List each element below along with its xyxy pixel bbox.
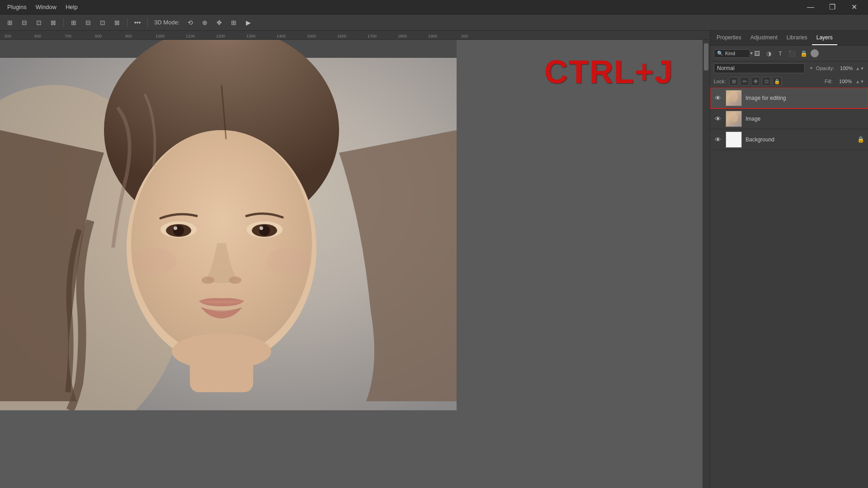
canvas-image <box>0 40 457 410</box>
menu-window[interactable]: Window <box>32 3 60 11</box>
opacity-label: Opacity: <box>816 66 834 71</box>
kind-input[interactable] <box>725 51 748 56</box>
align-btn-4[interactable]: ⊠ <box>47 16 60 29</box>
ruler-mark-1500: 1500 <box>307 34 316 38</box>
fill-value: 100% <box>836 79 852 84</box>
mode-label: 3D Mode: <box>154 19 179 26</box>
filter-smartobj-icon[interactable]: 🔒 <box>799 48 809 58</box>
shortcut-overlay-text: CTRL+J <box>544 53 674 90</box>
layer-name-0: Image for editing <box>745 95 864 101</box>
layer-item-image-for-editing[interactable]: 👁 Image for editing <box>710 88 868 108</box>
more-options-button[interactable]: ••• <box>131 16 144 29</box>
align-btn-6[interactable]: ⊟ <box>82 16 94 29</box>
layer-item-background[interactable]: 👁 Background 🔒 <box>710 129 868 150</box>
lock-position-btn[interactable]: ⊡ <box>762 77 771 86</box>
window-controls: — ❐ ✕ <box>800 0 864 14</box>
layer-item-image[interactable]: 👁 Image <box>710 108 868 129</box>
ruler-mark-1700: 1700 <box>368 34 377 38</box>
mode-btn-2[interactable]: ⊕ <box>198 16 211 29</box>
layer-visibility-btn-2[interactable]: 👁 <box>714 136 722 144</box>
panel-tabs: Properties Adjustment Libraries Layers <box>710 31 868 46</box>
search-icon: 🔍 <box>717 51 723 56</box>
lock-transparent-btn[interactable]: ⊞ <box>729 77 738 86</box>
lock-fill-row: Lock: ⊞ ✏ ✥ ⊡ 🔒 Fill: 100% ▲▼ <box>710 75 868 88</box>
ruler-mark-1600: 1600 <box>337 34 346 38</box>
mode-btn-3[interactable]: ✥ <box>213 16 226 29</box>
align-btn-8[interactable]: ⊠ <box>111 16 123 29</box>
toolbar-sep-2 <box>127 18 127 27</box>
layer-list: 👁 Image for editing 👁 Image 👁 Background <box>710 88 868 488</box>
lock-artboard-btn[interactable]: ✥ <box>751 77 760 86</box>
align-btn-2[interactable]: ⊟ <box>18 16 31 29</box>
thumb-face-0 <box>731 93 738 102</box>
svg-point-7 <box>172 333 271 370</box>
layer-thumb-0 <box>726 90 742 106</box>
layer-lock-icon-2: 🔒 <box>857 136 864 143</box>
menu-bar: Plugins Window Help <box>4 3 81 11</box>
lock-icons: ⊞ ✏ ✥ ⊡ 🔒 <box>729 77 821 86</box>
layers-filter-toolbar: 🔍 ▼ 🖼 ◑ T ⬛ 🔒 <box>710 46 868 61</box>
lock-image-btn[interactable]: ✏ <box>740 77 749 86</box>
filter-adjust-icon[interactable]: ◑ <box>764 48 774 58</box>
menu-help[interactable]: Help <box>62 3 81 11</box>
tab-libraries[interactable]: Libraries <box>782 31 812 45</box>
tab-layers[interactable]: Layers <box>812 31 837 45</box>
ruler-mark-1100: 1100 <box>186 34 195 38</box>
align-btn-3[interactable]: ⊡ <box>33 16 45 29</box>
filter-type-icon[interactable]: T <box>775 48 785 58</box>
ruler-mark-1400: 1400 <box>277 34 286 38</box>
minimize-button[interactable]: — <box>800 0 821 14</box>
layer-visibility-btn-1[interactable]: 👁 <box>714 115 722 123</box>
ruler-mark-700: 700 <box>65 34 71 38</box>
vertical-scrollbar[interactable] <box>703 40 710 488</box>
tab-properties[interactable]: Properties <box>712 31 746 45</box>
kind-search-box[interactable]: 🔍 ▼ <box>714 49 750 58</box>
ruler-mark-600: 600 <box>34 34 41 38</box>
menu-plugins[interactable]: Plugins <box>4 3 30 11</box>
right-panel: Properties Adjustment Libraries Layers 🔍… <box>710 31 868 488</box>
lock-label: Lock: <box>714 79 726 84</box>
layer-thumb-2 <box>726 131 742 148</box>
svg-point-18 <box>131 248 176 275</box>
mode-btn-1[interactable]: ⟲ <box>184 16 197 29</box>
align-btn-5[interactable]: ⊞ <box>67 16 80 29</box>
opacity-value: 100% <box>837 66 853 71</box>
filter-shape-icon[interactable]: ⬛ <box>787 48 797 58</box>
opacity-stepper[interactable]: ▲▼ <box>855 66 864 71</box>
canvas-wrapper[interactable]: CTRL+J <box>0 40 710 488</box>
toolbar-sep-1 <box>63 18 64 27</box>
blend-mode-select[interactable]: Normal Dissolve Multiply Screen Overlay <box>714 63 805 73</box>
align-btn-1[interactable]: ⊞ <box>4 16 16 29</box>
scrollbar-thumb[interactable] <box>704 43 708 70</box>
svg-point-19 <box>267 248 312 275</box>
ruler-mark-900: 900 <box>125 34 132 38</box>
filter-extra-icon[interactable] <box>811 49 819 57</box>
ruler-mark-200: 200 <box>461 34 468 38</box>
lock-all-btn[interactable]: 🔒 <box>773 77 782 86</box>
ruler-content: 500 600 700 800 900 1000 1100 1200 1300 … <box>0 31 710 39</box>
blend-opacity-row: Normal Dissolve Multiply Screen Overlay … <box>710 61 868 75</box>
tab-adjustment[interactable]: Adjustment <box>746 31 782 45</box>
title-bar: Plugins Window Help — ❐ ✕ <box>0 0 868 14</box>
layer-name-2: Background <box>745 136 854 143</box>
svg-point-16 <box>202 277 214 284</box>
layer-visibility-btn-0[interactable]: 👁 <box>714 94 722 102</box>
canvas-area: 500 600 700 800 900 1000 1100 1200 1300 … <box>0 31 710 488</box>
filter-image-icon[interactable]: 🖼 <box>752 48 762 58</box>
align-btn-7[interactable]: ⊡ <box>96 16 109 29</box>
portrait-svg <box>0 40 457 410</box>
ruler-mark-1200: 1200 <box>216 34 225 38</box>
svg-point-15 <box>259 226 263 230</box>
layer-thumb-1 <box>726 111 742 127</box>
main-layout: 500 600 700 800 900 1000 1100 1200 1300 … <box>0 31 868 488</box>
fill-label: Fill: <box>825 79 832 84</box>
mode-btn-4[interactable]: ⊞ <box>227 16 240 29</box>
thumb-face-1 <box>731 113 738 122</box>
fill-stepper[interactable]: ▲▼ <box>855 79 864 84</box>
mode-btn-5[interactable]: ▶ <box>242 16 255 29</box>
maximize-button[interactable]: ❐ <box>822 0 843 14</box>
ruler-mark-1300: 1300 <box>246 34 255 38</box>
layer-name-1: Image <box>745 116 864 122</box>
close-button[interactable]: ✕ <box>844 0 864 14</box>
svg-point-11 <box>174 226 177 230</box>
